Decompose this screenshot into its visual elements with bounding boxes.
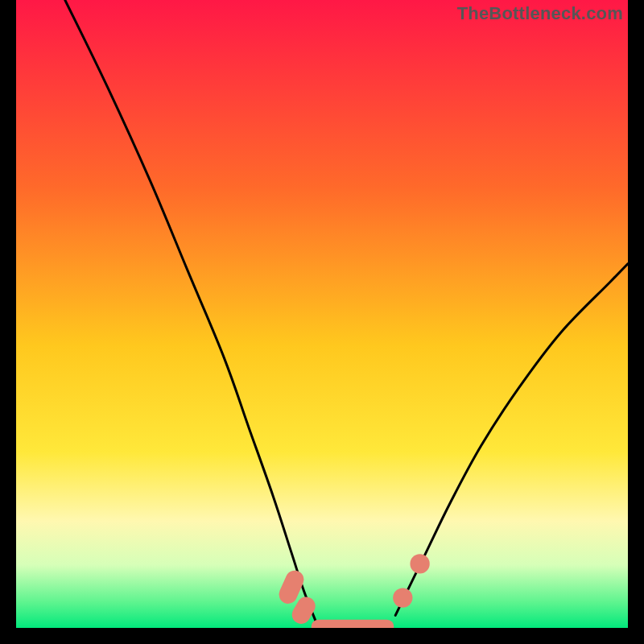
- marker-3: [393, 588, 412, 607]
- watermark-text: TheBottleneck.com: [457, 3, 623, 24]
- chart-frame: [16, 0, 628, 628]
- gradient-background: [16, 0, 628, 628]
- marker-4: [410, 554, 429, 573]
- chart-svg: [16, 0, 628, 628]
- marker-2: [312, 620, 394, 628]
